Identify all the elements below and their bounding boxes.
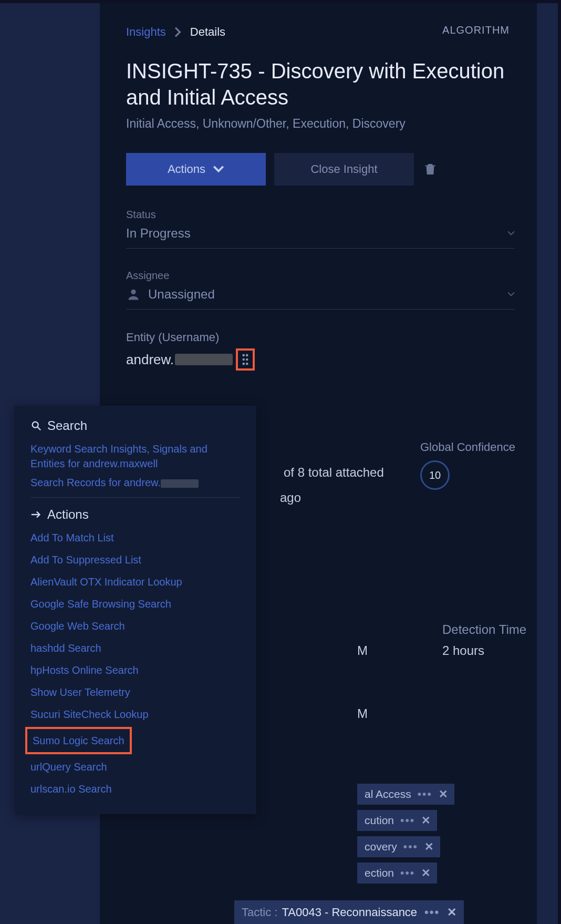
redacted-text — [161, 479, 199, 488]
page-title: INSIGHT-735 - Discovery with Execution a… — [126, 58, 515, 110]
drag-dots-icon — [241, 353, 250, 366]
close-icon[interactable]: ✕ — [447, 906, 456, 919]
close-insight-button[interactable]: Close Insight — [274, 153, 414, 186]
search-icon — [30, 420, 42, 432]
entity-label: Entity (Username) — [126, 331, 515, 344]
close-icon[interactable]: ✕ — [421, 867, 431, 879]
user-icon — [126, 287, 141, 302]
svg-point-3 — [246, 358, 248, 361]
popup-action-link[interactable]: Google Safe Browsing Search — [30, 597, 241, 611]
chip-text: cution — [365, 814, 394, 827]
time-ago-fragment: ago — [280, 490, 515, 505]
chevron-right-icon — [174, 27, 182, 37]
tactic-tag-fragment[interactable]: ection•••✕ — [357, 863, 437, 884]
breadcrumb-insights-link[interactable]: Insights — [126, 25, 166, 39]
detection-time-value: 2 hours — [442, 643, 484, 658]
popup-action-link[interactable]: Google Web Search — [30, 619, 241, 633]
popup-action-link[interactable]: Add To Match List — [30, 530, 241, 545]
popup-action-link[interactable]: urlscan.io Search — [30, 782, 241, 796]
popup-search-header: Search — [30, 418, 241, 433]
trash-icon — [422, 161, 438, 177]
close-icon[interactable]: ✕ — [439, 788, 448, 800]
breadcrumb-current: Details — [190, 25, 225, 39]
status-label: Status — [126, 209, 515, 221]
svg-point-2 — [243, 358, 245, 361]
popup-action-link[interactable]: hashdd Search — [30, 641, 241, 655]
more-dots-icon[interactable]: ••• — [400, 867, 415, 879]
entity-context-menu: Search Keyword Search Insights, Signals … — [15, 406, 256, 814]
close-insight-label: Close Insight — [310, 162, 377, 176]
popup-action-link[interactable]: Sucuri SiteCheck Lookup — [30, 707, 241, 722]
redacted-text — [175, 354, 233, 365]
tactic-tag-fragment[interactable]: covery•••✕ — [357, 836, 440, 857]
close-icon[interactable]: ✕ — [424, 840, 434, 853]
actions-dropdown-button[interactable]: Actions — [126, 153, 266, 186]
close-icon[interactable]: ✕ — [421, 814, 431, 827]
page-subtitle: Initial Access, Unknown/Other, Execution… — [126, 117, 515, 131]
chip-text: covery — [365, 840, 397, 853]
popup-action-link[interactable]: Add To Suppressed List — [30, 552, 241, 567]
status-select[interactable]: In Progress — [126, 226, 515, 249]
popup-action-link[interactable]: Sumo Logic Search — [33, 733, 124, 748]
popup-search-link[interactable]: Search Records for andrew. — [30, 475, 241, 490]
assignee-value: Unassigned — [148, 287, 215, 302]
svg-line-7 — [38, 427, 41, 430]
popup-action-link[interactable]: urlQuery Search — [30, 759, 241, 774]
time-suffix-fragment: M — [357, 643, 368, 658]
tactic-tag-fragment[interactable]: cution•••✕ — [357, 810, 437, 831]
highlighted-action[interactable]: Sumo Logic Search — [25, 727, 132, 754]
algorithm-badge: ALGORITHM — [442, 24, 510, 36]
more-dots-icon[interactable]: ••• — [424, 906, 440, 919]
global-confidence-value: 10 — [420, 460, 450, 490]
detection-time-label: Detection Time — [442, 622, 526, 637]
chip-text: al Access — [365, 788, 411, 800]
popup-actions-header: Actions — [30, 507, 241, 522]
chevron-down-icon — [507, 292, 515, 297]
svg-point-0 — [243, 354, 245, 357]
more-dots-icon[interactable]: ••• — [418, 788, 432, 800]
svg-point-5 — [246, 363, 248, 365]
chevron-down-icon — [507, 231, 515, 236]
svg-point-4 — [243, 363, 245, 365]
svg-point-6 — [33, 422, 38, 428]
arrow-right-icon — [30, 509, 42, 520]
divider — [30, 497, 241, 498]
right-gutter — [537, 3, 558, 924]
global-confidence: Global Confidence 10 — [420, 440, 515, 490]
tactic-tag-fragment[interactable]: al Access•••✕ — [357, 784, 454, 805]
entity-value-row: andrew. — [126, 348, 515, 371]
popup-action-link[interactable]: hpHosts Online Search — [30, 663, 241, 677]
popup-action-link[interactable]: AlienVault OTX Indicator Lookup — [30, 574, 241, 589]
assignee-select[interactable]: Unassigned — [126, 287, 515, 310]
delete-button[interactable] — [422, 159, 443, 180]
tactic-tag-full[interactable]: Tactic : TA0043 - Reconnaissance ••• ✕ — [234, 900, 464, 924]
svg-point-1 — [246, 354, 248, 357]
actions-button-label: Actions — [168, 162, 205, 176]
entity-username: andrew. — [126, 352, 174, 368]
tactic-tag-label: Tactic : — [242, 906, 277, 919]
popup-action-link[interactable]: Show User Telemetry — [30, 685, 241, 700]
more-dots-icon[interactable]: ••• — [400, 814, 415, 827]
time-suffix-fragment: M — [357, 706, 368, 721]
entity-context-menu-button[interactable] — [236, 348, 255, 371]
tactic-tag-value: TA0043 - Reconnaissance — [282, 906, 417, 919]
chip-text: ection — [365, 867, 394, 879]
status-value: In Progress — [126, 226, 191, 241]
global-confidence-label: Global Confidence — [420, 440, 515, 454]
chevron-down-icon — [213, 166, 224, 173]
popup-search-link[interactable]: Keyword Search Insights, Signals and Ent… — [30, 442, 241, 471]
assignee-label: Assignee — [126, 270, 515, 282]
more-dots-icon[interactable]: ••• — [403, 840, 418, 853]
